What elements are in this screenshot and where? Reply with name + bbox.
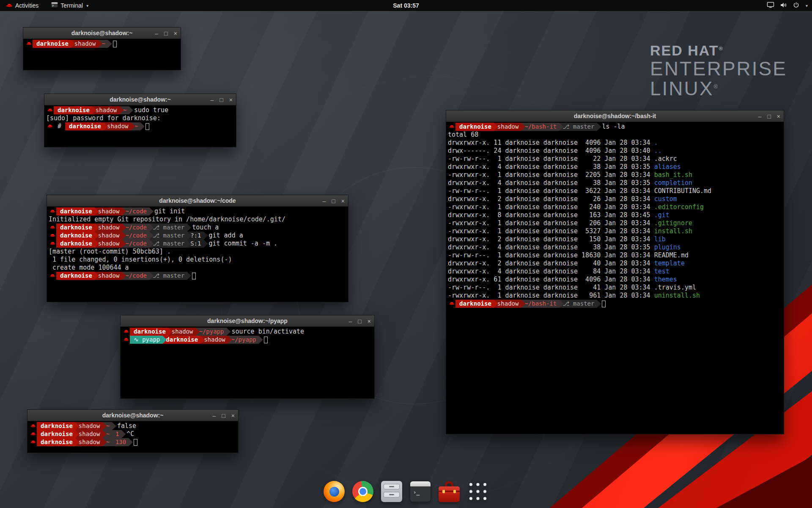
terminal-content[interactable]: darknoiseshadow~ bbox=[23, 39, 181, 49]
files-icon[interactable] bbox=[381, 481, 402, 502]
branding-enterprise: ENTERPRISE bbox=[650, 59, 787, 79]
terminal-line: darknoiseshadow~/pyappsource bin/activat… bbox=[122, 328, 373, 336]
output-text: drwxrwxr-x. 61 darknoise darknoise 4096 … bbox=[448, 276, 654, 283]
terminal-line: darknoiseshadow~false bbox=[29, 422, 236, 430]
registered-mark: ® bbox=[719, 45, 724, 52]
prompt-segment-host: shadow bbox=[94, 272, 126, 280]
close-button[interactable]: × bbox=[341, 198, 345, 204]
close-button[interactable]: × bbox=[777, 113, 780, 119]
output-text: -rw-rw-r--. 1 darknoise darknoise 22 Jan… bbox=[448, 155, 677, 163]
terminal-line: darknoiseshadow~1^C bbox=[29, 430, 236, 438]
minimize-button[interactable]: – bbox=[349, 318, 352, 324]
prompt-segment-git-branch: ⎇ master bbox=[149, 232, 191, 240]
terminal-content[interactable]: darknoiseshadow~falsedarknoiseshadow~1^C… bbox=[27, 421, 238, 447]
prompt-segment-path: ~/code bbox=[121, 272, 154, 280]
volume-icon[interactable] bbox=[780, 2, 787, 9]
app-menu-terminal[interactable]: Terminal ▾ bbox=[49, 0, 90, 11]
terminal-line: total 68 bbox=[448, 131, 782, 139]
terminal-cursor bbox=[264, 337, 268, 343]
prompt-segment-host: shadow bbox=[103, 122, 135, 130]
output-text: drwx------. 24 darknoise darknoise 4096 … bbox=[448, 147, 654, 155]
redhat-prompt-icon bbox=[49, 272, 56, 280]
directory-name: lib bbox=[654, 235, 666, 243]
activities-label: Activities bbox=[15, 2, 38, 9]
prompt-segment-virtualenv: ∿ pyapp bbox=[130, 336, 167, 344]
display-settings-icon[interactable] bbox=[767, 2, 774, 9]
output-text: -rwxrwxr-x. 1 darknoise darknoise 240 Ja… bbox=[448, 203, 654, 211]
prompt-segment-user: darknoise bbox=[54, 106, 96, 114]
firefox-icon[interactable] bbox=[324, 481, 345, 502]
terminal-window-sudo[interactable]: darknoise@shadow:~ – □ × darknoiseshadow… bbox=[44, 94, 236, 147]
maximize-button[interactable]: □ bbox=[358, 318, 361, 324]
maximize-button[interactable]: □ bbox=[332, 198, 335, 204]
directory-name: completion bbox=[654, 179, 692, 187]
terminal-content[interactable]: darknoiseshadow~/bash-it⎇ masterls -lato… bbox=[446, 122, 784, 309]
terminal-app-icon[interactable]: ›_ bbox=[410, 481, 431, 502]
window-titlebar[interactable]: darknoise@shadow:~/bash-it – □ × bbox=[446, 110, 784, 122]
maximize-button[interactable]: □ bbox=[222, 413, 225, 419]
terminal-window-home-1[interactable]: darknoise@shadow:~ – □ × darknoiseshadow… bbox=[23, 27, 181, 70]
output-text: [sudo] password for darknoise: bbox=[46, 114, 161, 122]
terminal-line: [master (root-commit) 50bcb63] . bbox=[49, 248, 346, 256]
redhat-prompt-icon bbox=[49, 240, 56, 248]
minimize-button[interactable]: – bbox=[213, 413, 216, 419]
minimize-button[interactable]: – bbox=[758, 113, 762, 119]
redhat-prompt-icon bbox=[46, 122, 54, 130]
terminal-content[interactable]: darknoiseshadow~/pyappsource bin/activat… bbox=[121, 327, 374, 345]
prompt-segment-host: shadow bbox=[75, 438, 107, 446]
terminal-content[interactable]: darknoiseshadow~sudo true[sudo] password… bbox=[44, 105, 236, 131]
terminal-line: darknoiseshadow~/code⎇ master?:1git add … bbox=[49, 232, 346, 240]
directory-name: aliases bbox=[654, 163, 681, 171]
terminal-line: create mode 100644 a bbox=[49, 264, 346, 272]
minimize-button[interactable]: – bbox=[211, 97, 214, 103]
window-titlebar[interactable]: darknoise@shadow:~ – □ × bbox=[27, 410, 238, 421]
maximize-button[interactable]: □ bbox=[219, 97, 223, 103]
clock[interactable]: Sat 03:57 bbox=[393, 2, 419, 9]
output-text: -rwxrwxr-x. 1 darknoise darknoise 2205 J… bbox=[448, 171, 654, 179]
toolbox-icon[interactable] bbox=[439, 481, 460, 502]
app-grid-icon[interactable] bbox=[467, 481, 488, 502]
maximize-button[interactable]: □ bbox=[164, 30, 167, 36]
minimize-button[interactable]: – bbox=[155, 30, 159, 36]
close-button[interactable]: × bbox=[229, 97, 233, 103]
terminal-window-home-2[interactable]: darknoise@shadow:~ – □ × darknoiseshadow… bbox=[27, 409, 239, 453]
terminal-line: darknoiseshadow~/code⎇ mastertouch a bbox=[49, 224, 346, 232]
close-button[interactable]: × bbox=[174, 30, 177, 36]
terminal-line: drwxrwxr-x. 4 darknoise darknoise 38 Jan… bbox=[448, 243, 782, 251]
power-icon[interactable] bbox=[793, 2, 799, 9]
command-text: git commit -a -m . bbox=[208, 240, 277, 247]
chevron-down-icon[interactable]: ▾ bbox=[806, 3, 808, 8]
prompt-segment-git-branch: ⎇ master bbox=[559, 300, 601, 308]
close-button[interactable]: × bbox=[231, 413, 235, 419]
redhat-prompt-icon bbox=[122, 336, 130, 344]
terminal-window-bash-it[interactable]: darknoise@shadow:~/bash-it – □ × darknoi… bbox=[446, 110, 784, 434]
terminal-line: darknoiseshadow~130 bbox=[29, 438, 236, 446]
window-titlebar[interactable]: darknoise@shadow:~ – □ × bbox=[44, 94, 236, 105]
output-text: -rw-rw-r--. 1 darknoise darknoise 3622 J… bbox=[448, 187, 711, 195]
terminal-line: ∿ pyappdarknoiseshadow~/pyapp bbox=[122, 336, 373, 344]
activities-button[interactable]: Activities bbox=[4, 0, 40, 11]
window-titlebar[interactable]: darknoise@shadow:~/pyapp – □ × bbox=[121, 315, 374, 327]
terminal-cursor bbox=[192, 273, 196, 279]
terminal-content[interactable]: darknoiseshadow~/codegit initInitialized… bbox=[47, 207, 348, 281]
minimize-button[interactable]: – bbox=[323, 198, 326, 204]
directory-name: custom bbox=[654, 195, 677, 203]
command-text: touch a bbox=[192, 224, 219, 231]
output-text: -rw-rw-r--. 1 darknoise darknoise 18630 … bbox=[448, 251, 689, 259]
close-button[interactable]: × bbox=[368, 318, 371, 324]
prompt-segment-user: darknoise bbox=[455, 123, 498, 131]
chrome-icon[interactable] bbox=[352, 481, 373, 502]
window-title: darknoise@shadow:~/pyapp bbox=[121, 315, 374, 327]
window-titlebar[interactable]: darknoise@shadow:~ – □ × bbox=[23, 28, 181, 39]
prompt-segment-host: shadow bbox=[494, 300, 526, 308]
directory-name: .. bbox=[654, 147, 662, 155]
directory-name: test bbox=[654, 268, 669, 275]
terminal-window-pyapp[interactable]: darknoise@shadow:~/pyapp – □ × darknoise… bbox=[120, 315, 375, 399]
terminal-window-code[interactable]: darknoise@shadow:~/code – □ × darknoises… bbox=[47, 195, 348, 302]
prompt-segment-host: shadow bbox=[92, 106, 124, 114]
toolbox-lid bbox=[439, 491, 460, 492]
window-titlebar[interactable]: darknoise@shadow:~/code – □ × bbox=[47, 195, 348, 207]
executable-name: bash_it.sh bbox=[654, 171, 692, 179]
maximize-button[interactable]: □ bbox=[767, 113, 771, 119]
prompt-segment-path: ~/code bbox=[121, 224, 154, 232]
